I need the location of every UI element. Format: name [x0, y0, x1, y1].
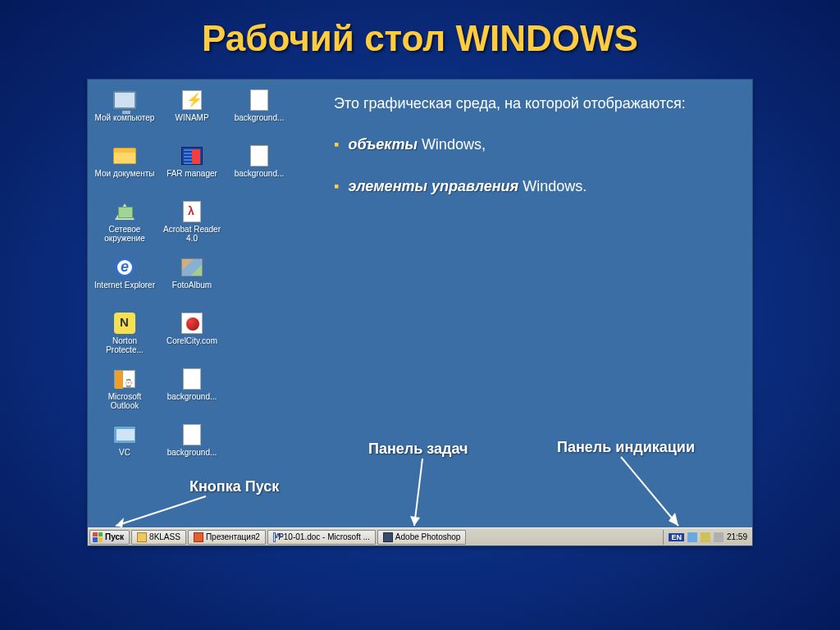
desktop-icon[interactable]: background...	[226, 86, 293, 142]
taskbar-item-label: Презентация2	[206, 532, 260, 541]
desktop-icon[interactable]: FotoAlbum	[158, 253, 226, 309]
app-icon	[194, 532, 203, 542]
bullet-objects: объекты Windows,	[334, 136, 736, 153]
nav-icon	[112, 311, 137, 336]
icon-grid: Мой компьютерWINAMPbackground...Мои доку…	[91, 86, 293, 477]
bullet-controls: элементы управления Windows.	[334, 178, 736, 195]
desktop-icon[interactable]: FAR manager	[158, 142, 226, 198]
icon-label: Internet Explorer	[94, 281, 155, 290]
icon-label: background...	[235, 114, 285, 123]
foto-icon	[180, 255, 204, 280]
paint-icon	[247, 88, 272, 112]
desktop-screenshot: Мой компьютерWINAMPbackground...Мои доку…	[87, 79, 753, 546]
icon-label: FotoAlbum	[172, 281, 212, 290]
desktop-icon[interactable]: Мой компьютер	[91, 86, 158, 142]
icon-label: Мой компьютер	[95, 114, 155, 123]
slide-title: Рабочий стол WINDOWS	[0, 0, 840, 71]
svg-line-2	[414, 459, 422, 526]
icon-label: Acrobat Reader 4.0	[162, 226, 222, 243]
callout-start: Кнопка Пуск	[189, 478, 279, 495]
desktop-icon[interactable]: background...	[158, 421, 226, 477]
taskbar-item-label: Adobe Photoshop	[395, 532, 461, 541]
app-icon	[273, 532, 276, 542]
icon-label: Сетевое окружение	[94, 226, 155, 243]
folder-docs-icon	[112, 144, 137, 168]
corel-icon	[180, 311, 204, 336]
ie-icon	[112, 255, 137, 280]
desktop-area[interactable]: Мой компьютерWINAMPbackground...Мои доку…	[88, 80, 752, 527]
desktop-icon[interactable]: Norton Protecte...	[91, 309, 158, 365]
app-icon	[383, 532, 393, 542]
desktop-icon[interactable]: CorelCity.com	[158, 309, 226, 365]
callout-taskbar: Панель задач	[368, 441, 468, 458]
start-label: Пуск	[105, 532, 124, 541]
taskbar-item[interactable]: P10-01.doc - Microsoft ...	[267, 530, 376, 545]
callout-tray: Панель индикации	[557, 439, 695, 456]
taskbar: Пуск 8KLASSПрезентация2P10-01.doc - Micr…	[88, 527, 752, 546]
network-icon[interactable]	[687, 532, 697, 542]
winamp-icon	[180, 88, 204, 112]
icon-label: CorelCity.com	[167, 337, 217, 346]
svg-line-4	[621, 457, 678, 526]
lang-indicator[interactable]: EN	[669, 533, 684, 541]
far-icon	[180, 144, 204, 168]
svg-marker-1	[116, 518, 124, 527]
taskbar-item[interactable]: Adobe Photoshop	[377, 530, 467, 545]
taskbar-item[interactable]: 8KLASS	[131, 530, 186, 545]
paint-icon	[180, 422, 204, 447]
icon-label: background...	[167, 449, 217, 458]
icon-label: Мои документы	[95, 170, 155, 179]
desktop-icon[interactable]: background...	[158, 365, 226, 421]
icon-label: Microsoft Outlook	[94, 393, 155, 410]
pdf-icon	[180, 199, 204, 224]
desktop-icon[interactable]: Сетевое окружение	[91, 198, 158, 253]
icon-label: Norton Protecte...	[94, 337, 155, 354]
monitor-icon	[112, 88, 137, 112]
volume-icon[interactable]	[701, 532, 710, 542]
svg-marker-3	[410, 516, 420, 526]
paint-icon	[247, 144, 272, 168]
svg-line-0	[116, 496, 206, 526]
intro-line: Это графическая среда, на которой отобра…	[334, 94, 736, 113]
taskbar-item-label: P10-01.doc - Microsoft ...	[278, 532, 370, 541]
network-icon	[112, 199, 137, 224]
icon-label: background...	[235, 170, 285, 179]
system-tray: EN 21:59	[663, 530, 752, 545]
icon-label: FAR manager	[167, 170, 217, 179]
outlook-icon	[112, 367, 137, 391]
clock[interactable]: 21:59	[727, 532, 747, 541]
taskbar-item-label: 8KLASS	[149, 532, 180, 541]
icon-label: WINAMP	[175, 114, 208, 123]
icon-label: VC	[119, 449, 130, 458]
desktop-icon[interactable]: VC	[91, 421, 158, 477]
desktop-icon[interactable]: background...	[226, 142, 293, 198]
windows-flag-icon	[93, 532, 103, 542]
svg-marker-5	[669, 513, 678, 526]
desktop-icon[interactable]: Мои документы	[91, 142, 158, 198]
desktop-icon[interactable]: WINAMP	[158, 86, 226, 142]
icon-label: background...	[167, 393, 217, 402]
app-icon	[137, 532, 147, 542]
vc-icon	[112, 422, 137, 447]
tray-icon[interactable]	[714, 532, 724, 542]
description-text: Это графическая среда, на которой отобра…	[334, 94, 736, 220]
desktop-icon[interactable]: Internet Explorer	[91, 253, 158, 309]
start-button[interactable]: Пуск	[89, 530, 130, 545]
desktop-icon[interactable]: Acrobat Reader 4.0	[158, 198, 226, 253]
paint-icon	[180, 367, 204, 391]
taskbar-item[interactable]: Презентация2	[188, 530, 266, 545]
desktop-icon[interactable]: Microsoft Outlook	[91, 365, 158, 421]
